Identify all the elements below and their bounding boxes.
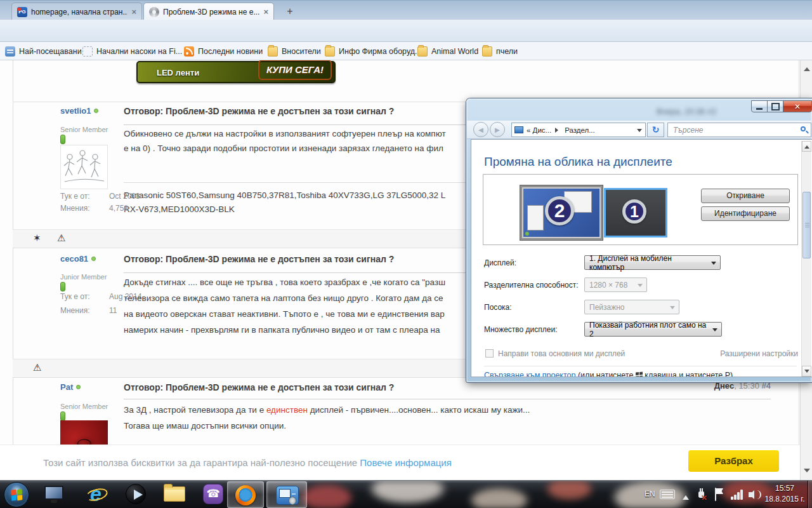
start-button[interactable]	[4, 482, 29, 507]
multiple-displays-combo[interactable]: Показвай работния плот само на 2	[584, 322, 722, 337]
scroll-down-icon[interactable]	[804, 469, 810, 476]
post1-joined: Oct 2008	[109, 192, 140, 201]
forum-left-border	[13, 60, 13, 448]
bookmark-info-firm[interactable]: Инфо Фирма оборуд...	[325, 42, 421, 60]
online-dot-icon	[94, 109, 98, 113]
keyboard-layout-icon[interactable]	[660, 490, 675, 499]
taskbar-display-icon[interactable]	[44, 486, 63, 500]
tab-close-icon[interactable]	[263, 7, 268, 17]
display-settings-window[interactable]: Вчера, 20:36 #2 ◄ ► « Дис... Раздел... Т…	[466, 98, 812, 382]
orientation-label: Посока:	[484, 303, 512, 312]
monitor-2-graphic[interactable]: 2	[520, 185, 603, 240]
post1-username[interactable]: svetlio1	[60, 106, 98, 116]
combo-arrow-icon	[638, 284, 643, 290]
bookmark-animal-world[interactable]: Animal World	[417, 42, 478, 60]
post2-rank: Junior Member	[60, 273, 107, 281]
refresh-button[interactable]	[647, 123, 664, 137]
folder-icon	[325, 46, 335, 57]
most-visited-icon	[5, 46, 15, 57]
reputation-pill	[60, 135, 65, 144]
monitor-1-number: 1	[622, 199, 646, 224]
breadcrumb-display[interactable]: « Дис...	[527, 126, 551, 134]
post1-signature-line2: RX-V673,MED1000X3D-BLK	[124, 204, 235, 214]
bookmark-latest-news[interactable]: Последни новини	[184, 42, 263, 60]
reputation-pill	[60, 282, 65, 291]
taskbar-viber-icon[interactable]	[203, 484, 223, 504]
reputation-pill	[60, 411, 65, 421]
tab-close-icon[interactable]	[131, 7, 136, 17]
main-display-checkbox-label: Направи това основния ми дисплей	[498, 349, 625, 358]
tab-homepage-favicon-icon: PG	[17, 7, 27, 17]
advanced-settings-link[interactable]: Разширени настройки	[697, 349, 798, 358]
cookie-accept-button[interactable]: Разбрах	[688, 450, 779, 472]
post1-avatar[interactable]	[60, 145, 108, 189]
post2-username[interactable]: ceco81	[60, 254, 96, 264]
nav-forward-button[interactable]: ►	[490, 122, 505, 137]
taskbar-firefox-button[interactable]	[227, 481, 264, 508]
display-combo[interactable]: 1. Дисплей на мобилен компютър	[584, 255, 721, 270]
nav-back-button[interactable]: ◄	[473, 122, 488, 137]
folder-icon	[417, 46, 428, 57]
scroll-up-icon[interactable]	[804, 64, 810, 71]
monitor-arrangement-panel: 2 1 Откриване Идентифициране	[483, 174, 798, 245]
explorer-search-box[interactable]: Търсене	[667, 123, 811, 137]
joined-label: Тук е от:	[60, 292, 90, 301]
bookmark-most-visited[interactable]: Най-посещавани	[5, 42, 82, 60]
dialog-scrollbar[interactable]	[801, 141, 811, 377]
post3-body-line2: Тогава ще имаш достъпни всички опции.	[124, 421, 286, 431]
report-warning-icon[interactable]: ⚠	[57, 232, 65, 244]
show-desktop-button[interactable]	[808, 481, 812, 508]
language-indicator[interactable]: EN	[645, 490, 655, 498]
rss-icon	[184, 46, 194, 57]
bookmark-importers[interactable]: Вносители	[268, 42, 321, 60]
taskbar-clock[interactable]: 15:57 18.8.2015 г.	[764, 483, 806, 506]
window-minimize-button[interactable]	[751, 100, 768, 112]
clock-time: 15:57	[764, 483, 806, 494]
power-plug-icon[interactable]: ✕	[695, 488, 708, 501]
network-signal-icon[interactable]	[731, 490, 743, 500]
taskbar-ie-icon[interactable]: e	[85, 483, 107, 505]
windows-key-icon	[636, 371, 643, 377]
breadcrumb-bar[interactable]: « Дис... Раздел...	[511, 123, 646, 137]
new-tab-button[interactable]: +	[282, 4, 298, 18]
mini-start-dot	[525, 232, 529, 236]
action-center-flag-icon[interactable]	[714, 488, 724, 502]
post2-count: 11	[109, 306, 117, 315]
taskbar-explorer-icon[interactable]	[164, 486, 185, 502]
scroll-up-icon[interactable]	[802, 141, 811, 152]
bookmark-getting-started[interactable]: Начални насоки на Fi...	[82, 42, 182, 60]
ad-banner[interactable]: LED ленти КУПИ СЕГА!	[136, 61, 336, 83]
post-number-link[interactable]: #4	[762, 381, 771, 391]
post1-body-line1: Обикновено се дължи на настройки в изпол…	[124, 129, 446, 138]
connect-projector-link[interactable]: Свързване към проектор	[484, 371, 575, 377]
volume-icon[interactable]	[749, 489, 761, 500]
window-maximize-button[interactable]	[767, 100, 783, 112]
folder-icon	[482, 46, 492, 57]
tab-homepage[interactable]: PG homepage, начална стран...	[11, 3, 142, 20]
identify-button[interactable]: Идентифициране	[701, 206, 790, 221]
detect-button[interactable]: Откриване	[701, 189, 790, 203]
infraction-star-icon[interactable]: ✶	[33, 232, 41, 244]
breadcrumb-dropdown-icon[interactable]	[637, 129, 642, 135]
cookie-more-info-link[interactable]: Повече информация	[360, 457, 452, 468]
search-placeholder: Търсене	[673, 126, 703, 135]
orientation-combo: Пейзажно	[584, 300, 679, 314]
clock-date: 18.8.2015 г.	[764, 494, 806, 505]
taskbar-media-player-icon[interactable]	[126, 484, 146, 504]
breadcrumb-resolution[interactable]: Раздел...	[565, 126, 595, 134]
tab-title: Проблем-3D режима не е...	[163, 8, 259, 17]
post3-body-line1: За 3Д , настрой телевизора да ти е единс…	[124, 405, 530, 415]
scroll-down-icon[interactable]	[802, 366, 811, 377]
monitor-1-graphic[interactable]: 1	[604, 188, 667, 237]
scrollbar-thumb[interactable]	[802, 192, 811, 258]
ad-cta-button[interactable]: КУПИ СЕГА!	[258, 60, 332, 80]
taskbar-screen-resolution-button[interactable]	[266, 481, 307, 508]
report-warning-icon[interactable]: ⚠	[33, 362, 41, 373]
tab-forum-thread[interactable]: Проблем-3D режима не е...	[143, 3, 274, 20]
bookmark-bees[interactable]: пчели	[482, 42, 518, 60]
windows-logo-icon	[11, 490, 23, 502]
hidden-icons-arrow[interactable]	[683, 492, 689, 500]
post3-username[interactable]: Pat	[60, 382, 81, 392]
window-close-button[interactable]	[783, 100, 812, 112]
browser-tab-bar: PG homepage, начална стран... Проблем-3D…	[0, 0, 812, 20]
